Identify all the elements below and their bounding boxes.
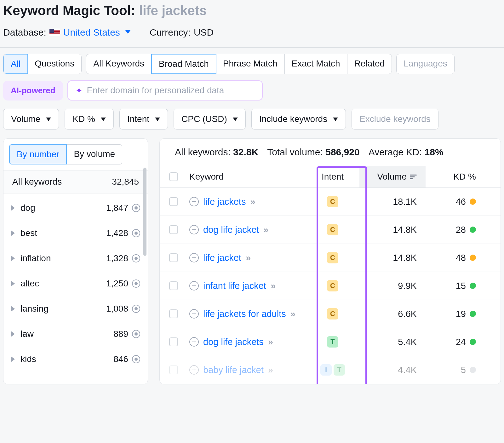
sidebar-item-count: 846 (113, 354, 128, 364)
keyword-link[interactable]: infant life jacket (203, 281, 266, 291)
sidebar-summary[interactable]: All keywords 32,845 (3, 170, 148, 193)
keyword-link[interactable]: life jackets for adults (203, 309, 286, 319)
intent-badge: C (327, 196, 338, 207)
chevron-right-icon (11, 356, 15, 362)
col-keyword[interactable]: Keyword (189, 172, 306, 182)
sidebar-item[interactable]: kids 846 (3, 347, 148, 372)
keyword-link[interactable]: life jackets (203, 197, 246, 207)
eye-icon[interactable] (132, 229, 140, 237)
intent-badge: T (334, 364, 345, 376)
chevron-right-icon (11, 205, 15, 211)
tab-related[interactable]: Related (347, 54, 392, 74)
filter-cpc[interactable]: CPC (USD) (174, 109, 246, 129)
select-all-checkbox[interactable] (169, 172, 178, 181)
sidebar-item[interactable]: best 1,428 (3, 221, 148, 246)
eye-icon[interactable] (132, 355, 140, 363)
sidebar-item-label: law (20, 329, 34, 339)
sidebar-item[interactable]: lansing 1,008 (3, 296, 148, 321)
add-icon[interactable] (189, 197, 199, 206)
kd-value: 48 (456, 253, 466, 263)
chevron-double-right-icon[interactable]: » (250, 197, 254, 207)
row-checkbox[interactable] (169, 197, 178, 206)
sidebar-item[interactable]: dog 1,847 (3, 195, 148, 221)
filter-exclude[interactable]: Exclude keywords (352, 109, 438, 129)
tab-phrase-match[interactable]: Phrase Match (216, 54, 285, 74)
sidebar-item[interactable]: inflation 1,328 (3, 246, 148, 271)
sparkle-icon: ✦ (76, 86, 83, 95)
difficulty-dot-icon (470, 367, 476, 373)
chevron-double-right-icon[interactable]: » (290, 309, 294, 319)
filter-volume[interactable]: Volume (3, 109, 59, 129)
intent-badge: C (327, 224, 338, 235)
sidebar-tab-by-volume[interactable]: By volume (67, 144, 122, 164)
table-row: life jacket » C 14.8K 48 (160, 244, 501, 272)
row-checkbox[interactable] (169, 309, 178, 318)
chevron-double-right-icon[interactable]: » (268, 365, 272, 375)
row-checkbox[interactable] (169, 337, 178, 346)
keyword-link[interactable]: baby life jacket (203, 365, 264, 375)
difficulty-dot-icon (470, 255, 476, 261)
table-row: infant life jacket » C 9.9K 15 (160, 272, 501, 300)
tab-broad-match[interactable]: Broad Match (151, 54, 216, 74)
intent-badge: C (327, 252, 338, 263)
kd-value: 19 (456, 309, 466, 319)
chevron-down-icon (101, 118, 106, 121)
scrollbar[interactable] (143, 168, 146, 256)
tab-all[interactable]: All (3, 54, 28, 74)
sidebar-tab-by-number[interactable]: By number (9, 144, 67, 164)
languages-tab-group: Languages (396, 54, 455, 74)
eye-icon[interactable] (132, 279, 140, 288)
add-icon[interactable] (189, 337, 199, 347)
add-icon[interactable] (189, 309, 199, 319)
eye-icon[interactable] (132, 330, 140, 338)
tab-questions[interactable]: Questions (28, 54, 81, 74)
add-icon[interactable] (189, 225, 199, 234)
chevron-double-right-icon[interactable]: » (268, 337, 272, 347)
chevron-right-icon (11, 281, 15, 286)
row-checkbox[interactable] (169, 281, 178, 290)
intent-badge: C (327, 308, 338, 319)
sidebar-item[interactable]: law 889 (3, 321, 148, 347)
add-icon[interactable] (189, 281, 199, 291)
volume-value: 6.6K (359, 309, 426, 319)
tab-all-keywords[interactable]: All Keywords (86, 54, 152, 74)
eye-icon[interactable] (132, 204, 140, 212)
col-intent[interactable]: Intent (306, 172, 359, 182)
add-icon[interactable] (189, 253, 199, 262)
sidebar-item-count: 1,008 (106, 304, 128, 314)
difficulty-dot-icon (470, 227, 476, 233)
filter-intent[interactable]: Intent (119, 109, 168, 129)
chevron-double-right-icon[interactable]: » (271, 281, 274, 291)
col-kd[interactable]: KD % (426, 172, 479, 182)
volume-value: 14.8K (359, 253, 426, 263)
tab-languages[interactable]: Languages (397, 54, 454, 74)
eye-icon[interactable] (132, 305, 140, 313)
currency-value: USD (194, 27, 214, 38)
volume-value: 4.4K (359, 365, 426, 375)
keyword-link[interactable]: dog life jackets (203, 337, 264, 347)
filter-kd[interactable]: KD % (65, 109, 114, 129)
keyword-link[interactable]: life jacket (203, 253, 241, 263)
filter-include[interactable]: Include keywords (251, 109, 346, 129)
add-icon[interactable] (189, 365, 199, 375)
col-volume[interactable]: Volume (359, 166, 426, 187)
keyword-link[interactable]: dog life jacket (203, 225, 259, 235)
domain-input[interactable]: ✦ Enter domain for personalized data (67, 80, 263, 101)
kd-value: 5 (461, 365, 466, 375)
row-checkbox[interactable] (169, 253, 178, 262)
difficulty-dot-icon (470, 339, 476, 345)
database-selector[interactable]: Database: United States (3, 27, 131, 38)
row-checkbox[interactable] (169, 365, 178, 374)
difficulty-dot-icon (470, 311, 476, 317)
eye-icon[interactable] (132, 254, 140, 262)
groups-sidebar: By number By volume All keywords 32,845 … (3, 138, 148, 384)
tab-exact-match[interactable]: Exact Match (285, 54, 347, 74)
intent-badge: T (327, 336, 338, 348)
row-checkbox[interactable] (169, 225, 178, 234)
divider (0, 47, 504, 48)
chevron-double-right-icon[interactable]: » (246, 253, 249, 263)
volume-value: 9.9K (359, 281, 426, 291)
chevron-right-icon (11, 331, 15, 337)
chevron-double-right-icon[interactable]: » (263, 225, 267, 235)
sidebar-item[interactable]: altec 1,250 (3, 271, 148, 296)
